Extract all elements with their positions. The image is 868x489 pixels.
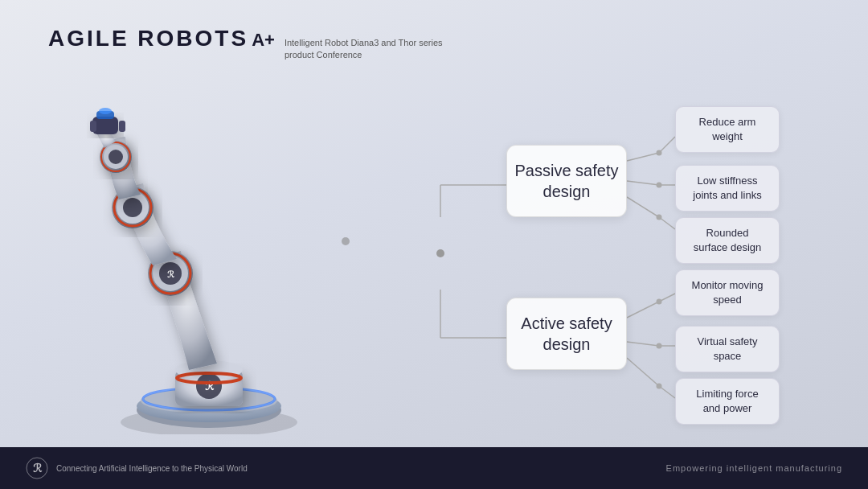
svg-point-22 <box>108 150 123 164</box>
svg-line-35 <box>627 153 659 161</box>
svg-line-36 <box>659 137 675 153</box>
low-stiffness-node: Low stiffnessjoints and links <box>675 165 780 212</box>
svg-point-40 <box>657 183 662 188</box>
svg-text:ℛ: ℛ <box>167 269 174 279</box>
svg-point-49 <box>657 343 662 349</box>
rounded-surface-node: Roundedsurface design <box>675 217 780 264</box>
svg-line-51 <box>659 386 675 398</box>
brand-plus: A+ <box>252 30 275 51</box>
svg-text:ℛ: ℛ <box>33 462 43 475</box>
svg-rect-26 <box>119 121 125 132</box>
brand-name: AGILE ROBOTS <box>48 26 248 51</box>
svg-line-50 <box>627 358 659 386</box>
active-safety-node: Active safetydesign <box>506 298 627 370</box>
svg-point-18 <box>123 198 142 217</box>
svg-rect-25 <box>90 121 96 132</box>
svg-line-38 <box>627 181 659 185</box>
passive-safety-label: Passive safetydesign <box>515 160 619 202</box>
active-safety-label: Active safetydesign <box>521 313 612 355</box>
svg-point-43 <box>657 215 662 220</box>
svg-line-42 <box>659 217 675 229</box>
svg-point-37 <box>657 150 662 156</box>
footer-logo-icon: ℛ <box>26 457 48 479</box>
monitor-speed-node: Monitor movingspeed <box>675 269 780 316</box>
reduce-arm-weight-node: Reduce armweight <box>675 106 780 153</box>
limiting-force-node: Limiting forceand power <box>675 378 780 425</box>
safety-diagram: Passive safetydesign Active safetydesign… <box>321 56 820 450</box>
svg-point-28 <box>99 108 112 114</box>
svg-line-45 <box>659 294 675 302</box>
virtual-safety-node: Virtual safetyspace <box>675 326 780 372</box>
footer: ℛ Connecting Artificial Intelligence to … <box>0 447 868 489</box>
svg-line-47 <box>627 342 659 346</box>
footer-tagline: Connecting Artificial Intelligence to th… <box>56 462 248 475</box>
svg-point-30 <box>436 249 444 257</box>
svg-line-44 <box>627 302 659 318</box>
svg-point-52 <box>657 384 662 389</box>
svg-point-46 <box>657 299 662 305</box>
footer-brand: ℛ Connecting Artificial Intelligence to … <box>26 457 248 479</box>
svg-line-41 <box>627 197 659 217</box>
passive-safety-node: Passive safetydesign <box>506 145 627 217</box>
footer-slogan: Empowering intelligent manufacturing <box>666 463 842 473</box>
